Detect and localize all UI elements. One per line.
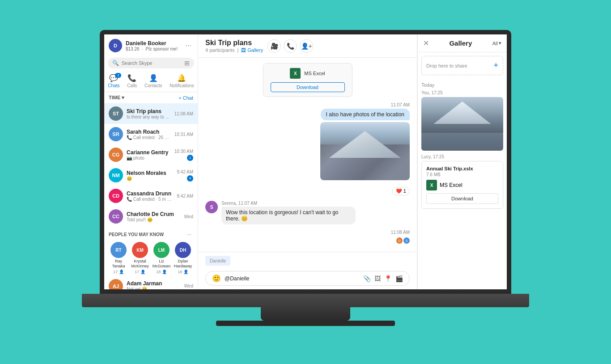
new-chat-button[interactable]: + Chat [178, 95, 193, 101]
image-button[interactable]: 🖼 [374, 275, 381, 282]
main-chat: Ski Trip plans 4 participants | 🖼 Galler… [198, 34, 417, 289]
chat-preview-carianne: 📷 photo [127, 156, 171, 161]
person-avatar-dylan: DH [175, 242, 191, 258]
profile-status: $13.26 · Plz sponsor me! [126, 47, 180, 51]
chat-preview-nelson: 😊 [127, 176, 173, 181]
voice-call-button[interactable]: 📞 [284, 39, 297, 53]
person-avatar-krystal: KM [132, 242, 148, 258]
grid-icon[interactable]: ⊞ [184, 59, 190, 67]
people-section-header: PEOPLE YOU MAY KNOW ··· [104, 227, 198, 240]
location-button[interactable]: 📍 [384, 275, 392, 282]
nav-tabs: 💬 Chats 2 📞 Calls 👤 Contacts 🔔 Not [104, 70, 198, 92]
message-input[interactable] [225, 275, 360, 282]
laptop-foot [216, 321, 395, 326]
reaction-container: ❤️ 1 [205, 186, 410, 195]
gallery-panel: ✕ Gallery All ▾ Drop here to share + Tod… [417, 34, 507, 289]
people-more-button[interactable]: ··· [185, 230, 193, 238]
search-icon: 🔍 [112, 60, 119, 66]
chat-item-ski-trip[interactable]: ST Ski Trip plans Is there any way to pi… [104, 103, 198, 124]
chat-item-nelson[interactable]: NM Nelson Morales 😊 9:42 AM 4 [104, 165, 198, 186]
chat-item-carianne[interactable]: CG Carianne Gentry 📷 photo 10:30 AM 1 [104, 144, 198, 165]
camera [304, 31, 307, 34]
reaction-row: ❤️ 1 [392, 187, 410, 195]
drop-zone[interactable]: Drop here to share + [421, 56, 503, 75]
mention-tag: Danielle [205, 256, 230, 266]
chat-name-ski-trip: Ski Trip plans [127, 108, 171, 114]
unread-badge-carianne: 1 [187, 155, 193, 161]
gallery-download-button[interactable]: Download [426, 193, 498, 204]
chat-avatar-adam: AJ [109, 279, 123, 289]
add-participant-button[interactable]: 👤+ [300, 39, 313, 53]
chat-info-nelson: Nelson Morales 😊 [127, 170, 173, 181]
chat-item-sarah-roach[interactable]: SR Sarah Roach 📞 Call ended · 26 m 23 s … [104, 124, 198, 144]
time-header: TIME ▾ + Chat [104, 92, 198, 103]
chat-info-ski-trip: Ski Trip plans Is there any way to pin t… [127, 108, 171, 119]
gallery-content: Today You, 17:25 Lucy, 17:25 Annual Ski … [418, 79, 507, 289]
person-liz[interactable]: LM LizMcGowan 18 👤 [152, 242, 171, 274]
gallery-mountain-image[interactable] [421, 97, 503, 151]
tab-chats[interactable]: 💬 Chats 2 [104, 72, 123, 90]
chat-avatar-nelson: NM [109, 168, 123, 182]
gallery-link[interactable]: 🖼 Gallery [241, 47, 263, 53]
chat-item-cassandra[interactable]: CD Cassandra Drunn 📞 Call ended · 5 m 47… [104, 186, 198, 206]
attach-button[interactable]: 📎 [363, 275, 371, 282]
tab-notifications-label: Notifications [170, 83, 194, 88]
file-download-button[interactable]: Download [271, 82, 345, 92]
person-ray[interactable]: RT RayTanaka 17 👤 [109, 242, 128, 274]
gallery-you-timestamp: You, 17:25 [421, 90, 503, 95]
profile-more-button[interactable]: ··· [184, 41, 193, 51]
heart-reaction[interactable]: ❤️ 1 [392, 187, 410, 195]
tab-calls-label: Calls [127, 83, 137, 88]
outgoing-bubble: I also have photos of the location [321, 109, 410, 120]
chat-name-adam: Adam Jarman [127, 280, 181, 287]
search-bar: 🔍 ⊞ [108, 58, 194, 68]
chat-preview-sarah: 📞 Call ended · 26 m 23 s [127, 135, 171, 140]
laptop-base [82, 294, 529, 307]
search-input[interactable] [122, 60, 182, 66]
person-name-krystal: KrystalMcKinney [131, 259, 149, 269]
receipt-avatar-1: D [396, 237, 403, 244]
excel-icon: X [290, 68, 301, 79]
chat-meta-nelson: 9:42 AM 4 [177, 169, 193, 182]
tab-contacts[interactable]: 👤 Contacts [141, 72, 165, 90]
person-avatar-ray: RT [110, 242, 127, 258]
chat-item-adam[interactable]: AJ Adam Jarman Not yet 😐 Wed [104, 276, 198, 289]
tab-contacts-label: Contacts [144, 83, 162, 88]
incoming-bubble: Wow this location is gorgeous! I can't w… [221, 207, 356, 224]
gallery-filter[interactable]: All ▾ [492, 40, 501, 46]
chat-name-charlotte: Charlotte De Crum [127, 211, 181, 217]
gallery-header: ✕ Gallery All ▾ [418, 34, 507, 52]
chat-preview-charlotte: Told you!! 😊 [127, 217, 181, 222]
gallery-mountain-visual [421, 97, 503, 151]
laptop-screen: D Danielle Booker $13.26 · Plz sponsor m… [100, 30, 511, 294]
chat-meta-ski-trip: 11:08 AM [174, 111, 193, 116]
gallery-file-card: Annual Ski Trip.xslx 7.6 MB X MS Excel D… [421, 161, 503, 209]
tab-notifications[interactable]: 🔔 Notifications [166, 72, 197, 90]
video-button[interactable]: 🎬 [395, 275, 403, 282]
time-sort-label[interactable]: TIME ▾ [109, 95, 124, 101]
file-icon-row: X MS Excel [290, 68, 325, 79]
message-image [320, 122, 410, 180]
chat-info-charlotte: Charlotte De Crum Told you!! 😊 [127, 211, 181, 222]
video-call-button[interactable]: 🎥 [267, 39, 281, 53]
chat-list: ST Ski Trip plans Is there any way to pi… [104, 103, 198, 289]
file-message-name: MS Excel [304, 71, 325, 76]
gallery-close-button[interactable]: ✕ [423, 39, 429, 47]
sidebar-profile: D Danielle Booker $13.26 · Plz sponsor m… [104, 34, 198, 56]
drop-text: Drop here to share [426, 63, 467, 68]
chat-item-charlotte[interactable]: CC Charlotte De Crum Told you!! 😊 Wed [104, 206, 198, 227]
input-box[interactable]: 🙂 📎 🖼 📍 🎬 [205, 271, 410, 286]
person-dylan[interactable]: DH DylanHardaway 18 👤 [173, 242, 193, 274]
gallery-excel-icon: X [426, 180, 437, 190]
contacts-icon: 👤 [149, 74, 158, 82]
outgoing-message: 11:07 AM I also have photos of the locat… [205, 102, 410, 180]
read-receipts: D S [396, 237, 410, 244]
outgoing-receipt: 11:08 AM D S [205, 230, 410, 244]
drop-add-button[interactable]: + [493, 61, 498, 70]
chat-name-nelson: Nelson Morales [127, 170, 173, 176]
emoji-button[interactable]: 🙂 [212, 274, 221, 283]
sender-avatar-serena: S [205, 201, 218, 213]
person-krystal[interactable]: KM KrystalMcKinney 17 👤 [130, 242, 150, 274]
tab-calls[interactable]: 📞 Calls [123, 72, 140, 90]
chat-avatar-ski-trip: ST [109, 106, 123, 121]
